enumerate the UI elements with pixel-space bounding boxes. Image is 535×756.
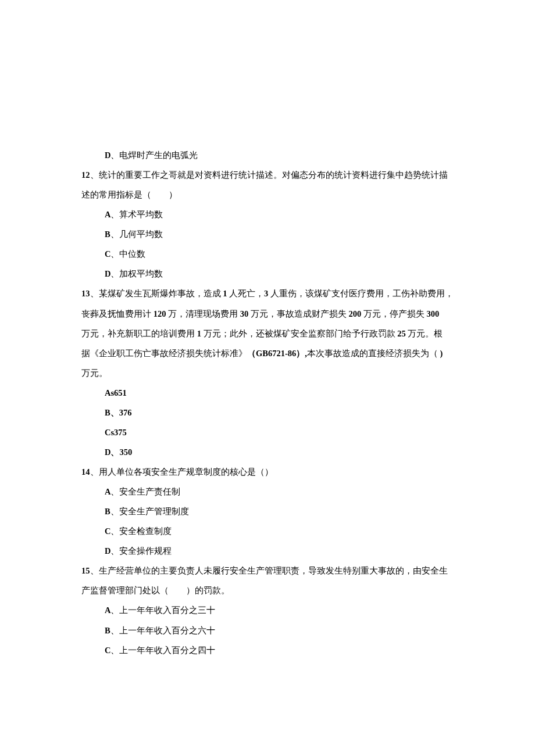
question-number: 15 (81, 566, 90, 575)
num: 1 (195, 329, 204, 338)
text: 万元。 (81, 368, 108, 378)
option-text: 、中位数 (110, 249, 145, 259)
text: 万，清理现场费用 (168, 309, 238, 318)
option-text: Cs375 (105, 428, 127, 437)
option-label: A (105, 210, 110, 219)
q13-option-b: B、376 (81, 403, 454, 422)
question-text: 、生产经营单位的主要负责人未履行安全生产管理职责，导致发生特别重大事故的，由安全… (90, 566, 448, 575)
option-text: 、安全操作规程 (110, 546, 172, 556)
text: 、某煤矿发生瓦斯爆炸事故，造成 (90, 289, 221, 298)
option-text: 、376 (110, 408, 132, 417)
option-text: 、安全检查制度 (110, 526, 172, 536)
num: 25 (395, 329, 408, 338)
q13-option-c: Cs375 (81, 422, 454, 442)
text: 万元，事故造成财产损失 (251, 309, 347, 318)
option-text: 、安全生产管理制度 (110, 507, 189, 516)
option-label: C (105, 249, 110, 259)
option-text: 、350 (110, 447, 132, 457)
q13-stem-line1: 13、某煤矿发生瓦斯爆炸事故，造成 1 人死亡，3 人重伤，该煤矿支付医疗费用，… (81, 284, 454, 303)
option-text: 、上一年年收入百分之三十 (110, 605, 215, 615)
q11-option-d: D、电焊时产生的电弧光 (81, 145, 454, 165)
option-label: C (105, 646, 110, 655)
text: 万元，停产损失 (363, 309, 425, 318)
option-label: D (105, 151, 110, 160)
option-label: A (105, 605, 110, 615)
q15-stem-line1: 15、生产经营单位的主要负责人未履行安全生产管理职责，导致发生特别重大事故的，由… (81, 561, 454, 581)
num: 3 (264, 289, 270, 298)
num: 300 (425, 309, 439, 318)
q13-stem-line2: 丧葬及抚恤费用计 120 万，清理现场费用 30 万元，事故造成财产损失 200… (81, 304, 454, 324)
paren: ) (438, 349, 443, 358)
q14-stem: 14、用人单位各项安全生产规章制度的核心是（） (81, 462, 454, 482)
option-label: D (105, 447, 110, 457)
option-text: 、电焊时产生的电弧光 (110, 151, 198, 160)
option-text: 、算术平均数 (110, 210, 163, 219)
q14-option-d: D、安全操作规程 (81, 541, 454, 561)
text: 据《企业职工伤亡事故经济损失统计标准》 (81, 349, 247, 358)
option-label: B (105, 507, 110, 516)
option-label: A (105, 487, 110, 496)
text: 丧葬及抚恤费用计 (81, 309, 151, 318)
q12-stem-cont: 述的常用指标是（ ） (81, 185, 454, 205)
text: 本次事故造成的直接经济损失为（ (307, 349, 438, 358)
q14-option-a: A、安全生产责任制 (81, 482, 454, 501)
option-label: D (105, 269, 110, 278)
question-text: 产监督管理部门处以（ ）的罚款。 (81, 586, 230, 595)
option-label: B (105, 626, 110, 635)
num: 120 (151, 309, 168, 318)
q15-option-b: B、上一年年收入百分之六十 (81, 621, 454, 640)
text: 万元，补充新职工的培训费用 (81, 329, 195, 338)
gb-code: （GB6721-86）, (247, 349, 307, 358)
q13-stem-line3: 万元，补充新职工的培训费用 1 万元；此外，还被煤矿安全监察部门给予行政罚款 2… (81, 324, 454, 343)
q13-stem-line5: 万元。 (81, 363, 454, 383)
text: 人重伤，该煤矿支付医疗费用，工伤补助费用， (270, 289, 454, 298)
text: 万元。根 (408, 329, 443, 338)
q13-option-d: D、350 (81, 442, 454, 462)
q14-option-b: B、安全生产管理制度 (81, 501, 454, 521)
question-number: 13 (81, 289, 90, 298)
q12-stem: 12、统计的重要工作之哥就是对资料进行统计描述。对偏态分布的统计资料进行集中趋势… (81, 165, 454, 185)
num: 200 (347, 309, 363, 318)
question-number: 14 (81, 467, 90, 476)
q15-stem-line2: 产监督管理部门处以（ ）的罚款。 (81, 581, 454, 600)
q13-option-a: As651 (81, 383, 454, 403)
option-label: B (105, 230, 110, 239)
option-text: 、几何平均数 (110, 230, 163, 239)
q12-option-b: B、几何平均数 (81, 224, 454, 244)
num: 1 (221, 289, 230, 298)
q12-option-a: A、算术平均数 (81, 205, 454, 224)
option-label: D (105, 546, 110, 556)
question-text: 述的常用指标是（ ） (81, 190, 177, 199)
q13-stem-line4: 据《企业职工伤亡事故经济损失统计标准》（GB6721-86）,本次事故造成的直接… (81, 343, 454, 363)
text: 万元；此外，还被煤矿安全监察部门给予行政罚款 (204, 329, 395, 338)
option-text: 、上一年年收入百分之六十 (110, 626, 215, 635)
num: 30 (238, 309, 251, 318)
question-text: 、统计的重要工作之哥就是对资料进行统计描述。对偏态分布的统计资料进行集中趋势统计… (90, 170, 448, 180)
option-text: As651 (105, 388, 127, 397)
option-text: 、上一年年收入百分之四十 (110, 646, 215, 655)
option-label: C (105, 526, 110, 536)
q12-option-c: C、中位数 (81, 244, 454, 264)
q15-option-a: A、上一年年收入百分之三十 (81, 600, 454, 620)
text: 人死亡， (229, 289, 264, 298)
q15-option-c: C、上一年年收入百分之四十 (81, 640, 454, 660)
option-label: B (105, 408, 110, 417)
q12-option-d: D、加权平均数 (81, 264, 454, 284)
q14-option-c: C、安全检查制度 (81, 521, 454, 541)
option-text: 、安全生产责任制 (110, 487, 180, 496)
question-text: 、用人单位各项安全生产规章制度的核心是（） (90, 467, 273, 476)
question-number: 12 (81, 170, 90, 180)
option-text: 、加权平均数 (110, 269, 163, 278)
